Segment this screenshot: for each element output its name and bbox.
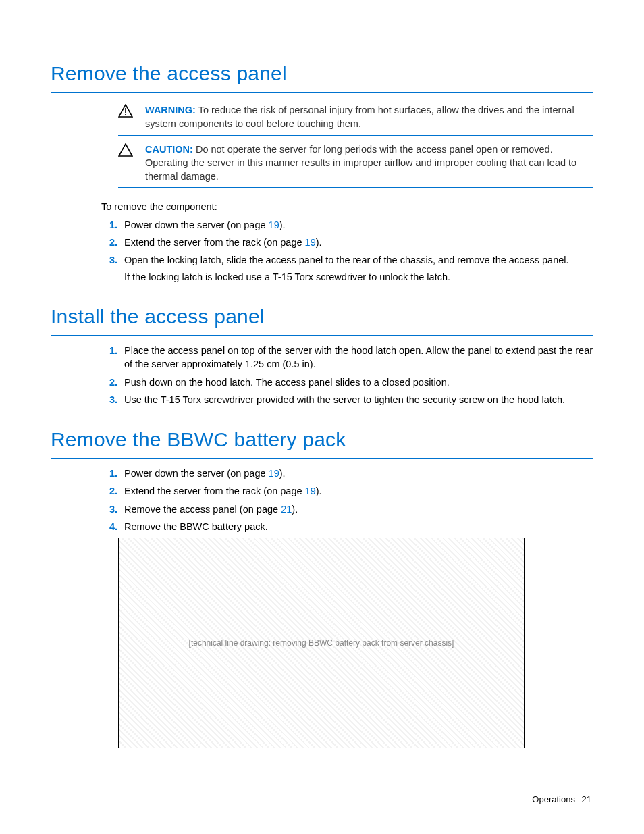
list-item: Extend the server from the rack (on page… [120, 484, 593, 498]
list-item: Remove the BBWC battery pack. [120, 520, 593, 533]
page-link[interactable]: 19 [305, 486, 316, 496]
warning-callout: WARNING: To reduce the risk of personal … [118, 101, 593, 136]
heading-rule [51, 92, 593, 93]
warning-text: To reduce the risk of personal injury fr… [145, 105, 574, 129]
caution-text: Do not operate the server for long perio… [145, 144, 576, 182]
heading-install-access-panel: Install the access panel [51, 303, 593, 331]
list-item: Use the T-15 Torx screwdriver provided w… [120, 393, 593, 407]
step-text: Power down the server (on page [124, 468, 269, 479]
list-item: Open the locking latch, slide the access… [120, 253, 593, 284]
step-text: Remove the access panel (on page [124, 504, 281, 515]
list-item: Power down the server (on page 19). [120, 218, 593, 232]
step-text: Open the locking latch, slide the access… [124, 255, 569, 265]
warning-label: WARNING: [145, 105, 196, 115]
heading-rule [51, 335, 593, 336]
list-item: Power down the server (on page 19). [120, 467, 593, 480]
step-text: ). [316, 486, 322, 496]
remove-panel-steps: Power down the server (on page 19). Exte… [101, 218, 593, 284]
list-item: Extend the server from the rack (on page… [120, 236, 593, 249]
svg-marker-3 [119, 144, 132, 156]
step-text: ). [279, 219, 286, 230]
page-link[interactable]: 21 [281, 504, 292, 515]
intro-text: To remove the component: [101, 200, 593, 213]
step-text: Extend the server from the rack (on page [124, 486, 305, 496]
step-text: Extend the server from the rack (on page [124, 237, 305, 248]
heading-remove-bbwc: Remove the BBWC battery pack [51, 425, 593, 454]
svg-point-2 [125, 114, 126, 115]
remove-bbwc-steps: Power down the server (on page 19). Exte… [101, 467, 593, 533]
caution-label: CAUTION: [145, 144, 193, 155]
caution-icon [118, 142, 145, 160]
heading-remove-access-panel: Remove the access panel [51, 59, 593, 88]
step-subtext: If the locking latch is locked use a T-1… [124, 270, 593, 284]
list-item: Remove the access panel (on page 21). [120, 502, 593, 516]
bbwc-removal-figure: [technical line drawing: removing BBWC b… [118, 538, 525, 748]
page-link[interactable]: 19 [269, 219, 279, 230]
caution-callout: CAUTION: Do not operate the server for l… [118, 140, 593, 188]
heading-rule [51, 458, 593, 459]
list-item: Place the access panel on top of the ser… [120, 344, 593, 371]
install-panel-steps: Place the access panel on top of the ser… [101, 344, 593, 407]
step-text: ). [292, 504, 298, 515]
step-text: Power down the server (on page [124, 219, 269, 230]
step-text: ). [279, 468, 286, 479]
page-link[interactable]: 19 [269, 468, 279, 479]
page-link[interactable]: 19 [305, 237, 316, 248]
list-item: Push down on the hood latch. The access … [120, 375, 593, 389]
warning-icon [118, 103, 145, 121]
step-text: ). [316, 237, 322, 248]
